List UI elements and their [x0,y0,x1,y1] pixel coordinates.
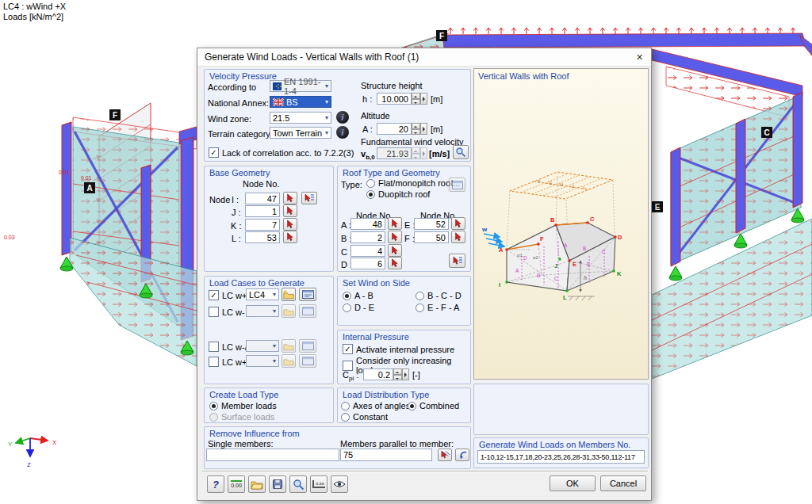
altitude-stepper[interactable] [412,123,420,135]
node-k-pick-button[interactable] [283,218,297,231]
structure-height-input[interactable] [377,93,412,105]
vb0-details-button[interactable] [453,145,469,159]
node-d-input[interactable] [350,258,385,269]
node-j-pick-button[interactable] [283,204,297,217]
lc-wmp-edit-button [299,339,316,353]
internal-pressure-group: Internal Pressure ✓ Activate internal pr… [337,330,471,384]
combined-radio[interactable]: Combined [408,401,459,410]
side-ab-label: A - B [354,291,373,300]
svg-text:I: I [499,281,500,288]
structure-height-stepper[interactable] [412,93,420,105]
node-d-pick-button[interactable] [388,257,402,269]
close-icon[interactable]: ✕ [634,52,645,63]
node-e-input[interactable] [414,218,449,230]
node-f-pick-button[interactable] [451,231,465,243]
load-distribution-group: Load Distribution Type Axes of angles Co… [337,388,471,423]
a-unit: [m] [431,124,442,134]
details-button[interactable] [289,475,307,493]
node-a-input[interactable] [350,218,385,230]
single-members-label: Single members: [208,439,274,449]
altitude-input[interactable] [377,123,412,135]
side-de-radio[interactable]: D - E [343,303,374,312]
according-to-select[interactable]: EN 1991-1-4 ▾ [270,80,331,92]
axes-of-angles-label: Axes of angles [353,401,410,410]
flat-roof-radio[interactable]: Flat/monopitch roof... [366,178,460,188]
parallel-members-input[interactable] [340,449,432,461]
terrain-category-select[interactable]: Town Terrain ▾ [270,127,331,139]
wind-zone-info-button[interactable]: i [336,111,349,124]
node-b-pick-button[interactable] [388,231,402,243]
lack-of-correlation-checkbox[interactable]: ✓ Lack of correlation acc. to 7.2.2(3) [209,147,354,158]
pick-cursor-icon [285,193,295,203]
wind-zone-select[interactable]: 21.5 ▾ [270,112,331,124]
set-wind-side-group: Set Wind on Side A - B B - C - D D - E E… [337,276,471,326]
cpi-flyout-button[interactable] [402,368,409,380]
duopitch-roof-radio[interactable]: Duopitch roof [366,189,430,199]
edit-loadcase-icon [302,307,314,315]
axes-of-angles-radio[interactable]: Axes of angles [341,401,410,410]
apply-influence-button[interactable] [455,449,469,461]
select-all-nodes-button[interactable] [301,192,317,204]
node-l-input[interactable] [245,231,280,243]
lc-wmp-select: ▾ [246,340,279,352]
cancel-button[interactable]: Cancel [600,475,646,491]
alpha1-label: α1 [517,253,523,258]
vb0-flyout-button [420,147,427,159]
open-button[interactable] [248,475,266,493]
ok-button[interactable]: OK [550,475,596,491]
node-k-input[interactable] [245,219,280,231]
parallel-pick-button[interactable] [438,449,452,461]
node-i-input[interactable] [245,193,280,204]
view-button[interactable] [331,475,348,493]
zone-label-f-left: F [113,111,117,120]
node-c-input[interactable] [350,245,385,257]
lc-wplus-edit-button[interactable] [299,288,316,301]
save-button[interactable] [269,475,286,493]
lc-wplus-select[interactable]: LC4 ▾ [246,288,279,300]
single-members-input[interactable] [206,449,339,461]
units-button[interactable]: x.xx [310,475,327,493]
altitude-flyout-button[interactable] [420,123,427,135]
pick-cursor-icon [285,232,295,242]
help-button[interactable]: ? [207,475,224,493]
side-ab-radio[interactable]: A - B [343,291,373,300]
national-annex-select[interactable]: BS ▾ [270,96,331,108]
terrain-info-button[interactable]: i [336,126,349,139]
node-i-pick-button[interactable] [283,192,297,204]
zone-label-c: C [764,128,769,137]
base-geometry-group: Base Geometry Node No. Node I : J : K : … [204,166,334,272]
member-loads-radio[interactable]: Member loads [209,401,277,410]
node-c-pick-button[interactable] [388,244,402,257]
chevron-down-icon: ▾ [325,98,328,105]
dialog-titlebar[interactable]: Generate Wind Loads - Vertical Walls wit… [197,48,651,67]
lc-wplus-new-button[interactable] [282,288,296,301]
load-value: 0.01 [81,175,92,181]
node-f-input[interactable] [414,231,449,243]
constant-radio[interactable]: Constant [341,412,388,422]
node-a-pick-button[interactable] [388,217,402,230]
svg-text:D: D [618,234,622,241]
structure-height-label: Structure height [361,81,423,90]
node-label: Node [209,195,230,204]
side-bcd-radio[interactable]: B - C - D [416,291,462,300]
node-l-pick-button[interactable] [283,231,297,243]
according-to-label: According to [208,82,256,92]
lc-wminus-checkbox[interactable]: LC w- : [209,307,250,317]
wind-zone-value: 21.5 [273,113,289,123]
node-j-input[interactable] [245,205,280,217]
node-b-input[interactable] [350,231,385,243]
select-all-roof-nodes-button[interactable] [449,254,465,268]
generate-members-input[interactable] [477,450,645,464]
side-efa-radio[interactable]: E - F - A [416,303,459,312]
activate-internal-pressure-checkbox[interactable]: ✓ Activate internal pressure [343,344,454,354]
node-e-pick-button[interactable] [451,217,465,230]
axis-z-label: Z [27,461,31,468]
structure-height-flyout-button[interactable] [420,93,427,105]
generate-wind-loads-dialog: Generate Wind Loads - Vertical Walls wit… [197,48,652,501]
pick-cursor-icon [454,232,463,242]
vb0-unit: [m/s] [429,149,450,158]
number-display-button[interactable]: 0.00 [228,475,245,493]
magnifier-icon [455,147,466,158]
cpi-input[interactable] [363,368,393,380]
cpi-stepper[interactable] [393,368,402,380]
